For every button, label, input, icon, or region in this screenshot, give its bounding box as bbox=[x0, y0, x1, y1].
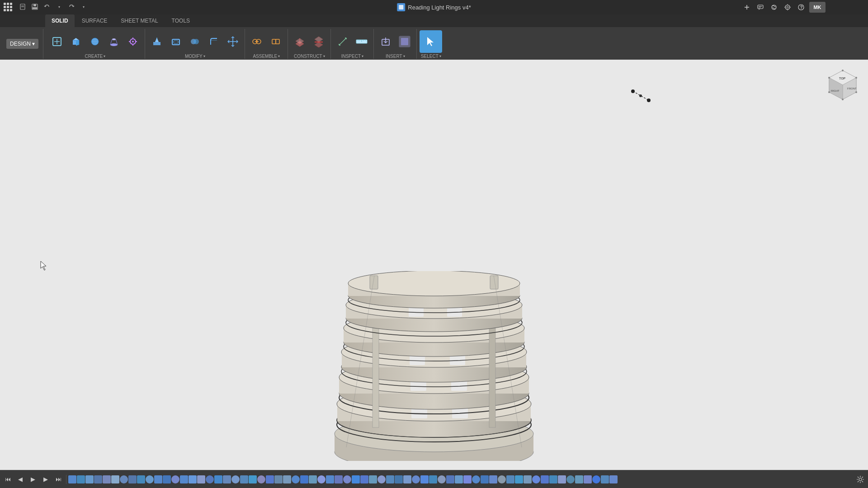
timeline-feature-12[interactable] bbox=[163, 475, 171, 483]
sync-button[interactable] bbox=[769, 2, 779, 13]
timeline-feature-53[interactable] bbox=[515, 475, 523, 483]
timeline-feature-34[interactable] bbox=[352, 475, 360, 483]
chat-button[interactable] bbox=[755, 2, 766, 13]
undo-arrow-dropdown[interactable]: ▾ bbox=[54, 1, 65, 12]
timeline-feature-11[interactable] bbox=[154, 475, 162, 483]
navigation-cube[interactable]: TOP FRONT RIGHT bbox=[825, 67, 861, 103]
timeline-feature-17[interactable] bbox=[206, 475, 214, 483]
timeline-feature-20[interactable] bbox=[231, 475, 240, 483]
timeline-feature-38[interactable] bbox=[386, 475, 394, 483]
timeline-settings-button[interactable] bbox=[854, 474, 866, 485]
timeline-feature-50[interactable] bbox=[489, 475, 497, 483]
timeline-feature-22[interactable] bbox=[249, 475, 257, 483]
tab-sheetmetal[interactable]: SHEET METAL bbox=[114, 14, 164, 27]
timeline-feature-43[interactable] bbox=[429, 475, 437, 483]
timeline-feature-7[interactable] bbox=[120, 475, 128, 483]
tab-tools[interactable]: TOOLS bbox=[165, 14, 196, 27]
create-label[interactable]: CREATE bbox=[85, 54, 105, 59]
select-label[interactable]: SELECT bbox=[421, 54, 441, 59]
timeline-feature-25[interactable] bbox=[274, 475, 283, 483]
timeline-feature-60[interactable] bbox=[575, 475, 583, 483]
timeline-feature-29[interactable] bbox=[309, 475, 317, 483]
timeline-prev-button[interactable]: ◀ bbox=[14, 474, 26, 485]
timeline-feature-44[interactable] bbox=[438, 475, 446, 483]
timeline-feature-56[interactable] bbox=[541, 475, 549, 483]
timeline-rewind-button[interactable]: ⏮ bbox=[2, 474, 14, 485]
timeline-feature-4[interactable] bbox=[94, 475, 102, 483]
timeline-feature-9[interactable] bbox=[137, 475, 145, 483]
timeline-end-button[interactable]: ⏭ bbox=[52, 474, 64, 485]
timeline-feature-35[interactable] bbox=[360, 475, 368, 483]
select-button[interactable] bbox=[420, 30, 442, 53]
timeline-feature-31[interactable] bbox=[326, 475, 334, 483]
timeline-feature-62[interactable] bbox=[592, 475, 600, 483]
push-pull-button[interactable] bbox=[148, 33, 166, 51]
measure-button[interactable] bbox=[334, 33, 352, 51]
loft-button[interactable] bbox=[105, 33, 123, 51]
timeline-feature-33[interactable] bbox=[343, 475, 351, 483]
app-grid-button[interactable] bbox=[4, 3, 12, 11]
timeline-feature-14[interactable] bbox=[180, 475, 188, 483]
viewport[interactable]: TOP FRONT RIGHT bbox=[0, 60, 868, 470]
save-button[interactable] bbox=[29, 1, 40, 12]
timeline-feature-18[interactable] bbox=[214, 475, 222, 483]
timeline-feature-41[interactable] bbox=[412, 475, 420, 483]
timeline-feature-1[interactable] bbox=[68, 475, 76, 483]
timeline-feature-15[interactable] bbox=[189, 475, 197, 483]
target-button[interactable] bbox=[782, 2, 793, 13]
sphere-button[interactable] bbox=[86, 33, 104, 51]
box-button[interactable] bbox=[67, 33, 85, 51]
timeline-feature-39[interactable] bbox=[395, 475, 403, 483]
timeline-feature-6[interactable] bbox=[111, 475, 119, 483]
timeline-feature-30[interactable] bbox=[317, 475, 326, 483]
timeline-feature-63[interactable] bbox=[601, 475, 609, 483]
design-mode-button[interactable]: DESIGN ▾ bbox=[6, 39, 38, 49]
fillet-button[interactable] bbox=[205, 33, 223, 51]
timeline-feature-48[interactable] bbox=[472, 475, 480, 483]
modify-label[interactable]: MODIFY bbox=[185, 54, 205, 59]
timeline-feature-61[interactable] bbox=[584, 475, 592, 483]
move-button[interactable] bbox=[224, 33, 242, 51]
redo-button[interactable] bbox=[66, 1, 77, 12]
timeline-feature-10[interactable] bbox=[146, 475, 154, 483]
timeline-feature-57[interactable] bbox=[549, 475, 557, 483]
timeline-feature-64[interactable] bbox=[609, 475, 618, 483]
tab-surface[interactable]: SURFACE bbox=[75, 14, 114, 27]
timeline-feature-19[interactable] bbox=[223, 475, 231, 483]
canvas-button[interactable] bbox=[396, 33, 414, 51]
timeline-feature-13[interactable] bbox=[171, 475, 179, 483]
timeline-feature-28[interactable] bbox=[300, 475, 308, 483]
timeline-feature-32[interactable] bbox=[335, 475, 343, 483]
timeline-feature-37[interactable] bbox=[377, 475, 386, 483]
timeline-feature-51[interactable] bbox=[498, 475, 506, 483]
import-button[interactable] bbox=[377, 33, 395, 51]
redo-arrow-dropdown[interactable]: ▾ bbox=[78, 1, 89, 12]
assemble-label[interactable]: ASSEMBLE bbox=[253, 54, 280, 59]
timeline-feature-54[interactable] bbox=[524, 475, 532, 483]
timeline-feature-21[interactable] bbox=[240, 475, 248, 483]
timeline-feature-46[interactable] bbox=[455, 475, 463, 483]
tab-solid[interactable]: SOLID bbox=[45, 14, 75, 27]
timeline-feature-45[interactable] bbox=[446, 475, 454, 483]
new-sketch-button[interactable] bbox=[48, 33, 66, 51]
timeline-feature-23[interactable] bbox=[257, 475, 265, 483]
as-built-joint-button[interactable] bbox=[267, 33, 285, 51]
help-button[interactable]: ? bbox=[796, 2, 807, 13]
timeline-feature-3[interactable] bbox=[85, 475, 94, 483]
section-analysis-button[interactable] bbox=[353, 33, 371, 51]
combine-button[interactable] bbox=[186, 33, 204, 51]
offset-plane-button[interactable] bbox=[291, 33, 309, 51]
timeline-feature-55[interactable] bbox=[532, 475, 540, 483]
timeline-feature-26[interactable] bbox=[283, 475, 291, 483]
joint-button[interactable] bbox=[248, 33, 266, 51]
timeline-feature-40[interactable] bbox=[403, 475, 411, 483]
timeline-feature-49[interactable] bbox=[481, 475, 489, 483]
insert-label[interactable]: INSERT bbox=[386, 54, 405, 59]
shell-button[interactable] bbox=[167, 33, 185, 51]
timeline-next-button[interactable]: ▶ bbox=[40, 474, 52, 485]
timeline-feature-2[interactable] bbox=[77, 475, 85, 483]
timeline-feature-16[interactable] bbox=[197, 475, 205, 483]
file-button[interactable] bbox=[17, 1, 28, 12]
inspect-label[interactable]: INSPECT bbox=[341, 54, 363, 59]
profile-button[interactable]: MK bbox=[809, 2, 826, 13]
